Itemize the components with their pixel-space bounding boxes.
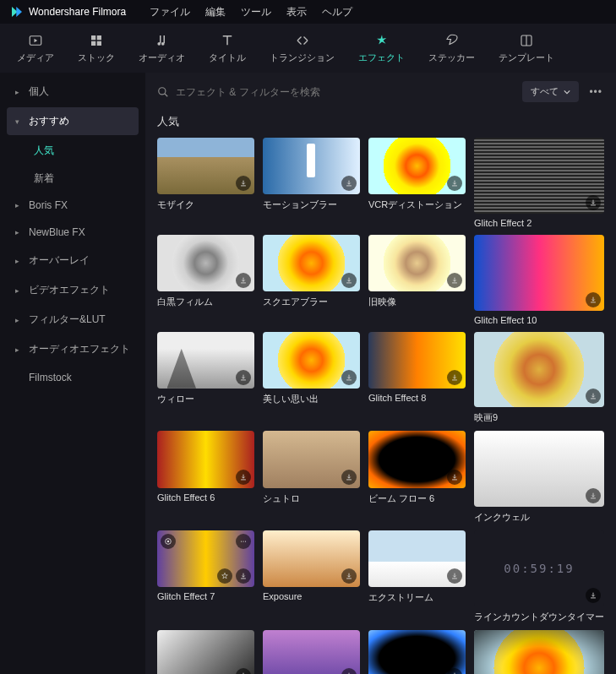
effect-card[interactable]: Glitch Effect 7 [157, 530, 254, 623]
sidebar-item-おすすめ[interactable]: ▾おすすめ [7, 107, 139, 135]
sidebar-item-オーバーレイ[interactable]: ▸オーバーレイ [7, 247, 139, 274]
download-icon[interactable] [236, 470, 251, 485]
effect-card[interactable]: インクウェル [474, 431, 604, 524]
effect-card[interactable]: VCRディストーション [368, 138, 466, 228]
sidebar-item-Filmstock[interactable]: Filmstock [7, 365, 139, 390]
effect-card[interactable]: ウィロー [157, 332, 254, 425]
download-icon[interactable] [236, 273, 251, 288]
effect-card[interactable]: A Dark Corner [157, 630, 254, 674]
search-input[interactable] [176, 86, 514, 98]
download-icon[interactable] [447, 273, 462, 288]
sidebar-item-オーディオエフェクト[interactable]: ▸オーディオエフェクト [7, 335, 139, 363]
effect-card[interactable]: スクエアブラー [263, 235, 360, 325]
effect-label: Glitch Effect 8 [368, 389, 466, 403]
svg-point-7 [161, 41, 164, 45]
effect-thumb [474, 431, 604, 507]
tool-title[interactable]: タイトル [209, 33, 246, 64]
tool-template[interactable]: テンプレート [499, 33, 554, 64]
effect-thumb [368, 630, 466, 674]
effect-card[interactable]: モザイク [157, 138, 254, 228]
effect-card[interactable]: 00:59:19ラインカウントダウンタイマー [474, 530, 604, 623]
svg-line-11 [165, 93, 168, 96]
effect-card[interactable]: ビーム フロー 2 [368, 630, 466, 674]
effect-label: シュトロ [263, 488, 360, 505]
effect-thumb [263, 138, 360, 194]
effect-thumb [263, 332, 360, 389]
effect-card[interactable]: Glitch Effect 10 [474, 235, 604, 325]
sidebar-sub-新着[interactable]: 新着 [7, 165, 139, 193]
tool-sticker[interactable]: ステッカー [428, 33, 475, 64]
chevron-right-icon: ▸ [15, 201, 22, 209]
effect-label: Glitch Effect 6 [157, 488, 254, 503]
effect-card[interactable]: Exposure [263, 530, 360, 623]
effect-card[interactable]: Glitch Effect 8 [368, 332, 466, 425]
filter-dropdown[interactable]: すべて [522, 81, 579, 102]
tool-audio[interactable]: オーディオ [139, 33, 185, 64]
effect-thumb [368, 530, 466, 587]
effect-card[interactable]: 1998 [263, 630, 360, 674]
effect-card[interactable]: モーションブラー [263, 138, 360, 228]
download-icon[interactable] [341, 470, 357, 485]
download-icon[interactable] [341, 273, 357, 288]
menu-ヘルプ[interactable]: ヘルプ [322, 5, 352, 19]
download-icon[interactable] [447, 470, 462, 485]
tool-label: トランジション [270, 52, 335, 64]
effect-thumb [263, 630, 360, 674]
effect-label: スクエアブラー [263, 291, 360, 308]
sidebar-item-Boris FX[interactable]: ▸Boris FX [7, 193, 139, 218]
menu-編集[interactable]: 編集 [205, 5, 226, 19]
effect-card[interactable]: Glitch Effect 6 [157, 431, 254, 524]
tool-transition[interactable]: トランジション [270, 33, 335, 64]
effect-card[interactable]: シュトロ [263, 431, 360, 524]
download-icon[interactable] [447, 370, 462, 385]
effect-card[interactable]: 旧映像 [368, 235, 466, 325]
chevron-right-icon: ▸ [15, 88, 22, 96]
tool-effect[interactable]: エフェクト [358, 33, 405, 64]
audio-icon [154, 33, 171, 48]
effect-thumb [368, 332, 466, 389]
effect-card[interactable]: ビーム フロー 6 [368, 431, 466, 524]
chevron-right-icon: ▸ [15, 228, 22, 236]
download-icon[interactable] [341, 176, 357, 191]
app-name: Wondershare Filmora [29, 6, 126, 18]
more-button[interactable]: ••• [587, 86, 604, 98]
sidebar-item-個人[interactable]: ▸個人 [7, 78, 139, 106]
download-icon[interactable] [236, 370, 251, 385]
effect-card[interactable]: 美しい思い出 [263, 332, 360, 425]
effect-card[interactable]: エクストリーム [368, 530, 466, 623]
sidebar-sub-人気[interactable]: 人気 [7, 137, 139, 165]
tool-stock[interactable]: ストック [78, 33, 115, 64]
tool-media[interactable]: メディア [17, 33, 54, 64]
sidebar-label: ビデオエフェクト [29, 283, 110, 297]
sidebar-label: 個人 [29, 84, 49, 99]
download-icon[interactable] [586, 292, 601, 307]
sidebar-item-NewBlue FX[interactable]: ▸NewBlue FX [7, 220, 139, 245]
chevron-down-icon [564, 89, 570, 95]
title-icon [219, 33, 236, 48]
download-icon[interactable] [236, 176, 251, 191]
effect-card[interactable]: 映画9 [474, 332, 604, 425]
sidebar-label: Boris FX [29, 199, 68, 211]
effect-thumb [474, 332, 604, 408]
effect-label: インクウェル [474, 507, 604, 524]
effect-card[interactable]: 白黒フィルム [157, 235, 254, 325]
effect-card[interactable]: ビネットラディアス [474, 630, 604, 674]
download-icon[interactable] [341, 370, 357, 385]
effect-thumb [368, 431, 466, 487]
chevron-down-icon: ▾ [15, 117, 22, 126]
effect-thumb [474, 630, 604, 674]
menu-表示[interactable]: 表示 [286, 5, 307, 19]
sidebar-item-ビデオエフェクト[interactable]: ▸ビデオエフェクト [7, 276, 139, 304]
stock-icon [88, 33, 105, 48]
effect-thumb [157, 235, 254, 291]
download-icon[interactable] [586, 195, 601, 210]
sidebar-item-フィルター&LUT[interactable]: ▸フィルター&LUT [7, 306, 139, 334]
section-title: 人気 [145, 111, 616, 138]
menu-ファイル[interactable]: ファイル [150, 5, 190, 19]
download-icon[interactable] [447, 176, 462, 191]
effect-card[interactable]: Glitch Effect 2 [474, 138, 604, 228]
effect-thumb [263, 431, 360, 487]
tool-label: ストック [78, 52, 115, 64]
template-icon [518, 33, 535, 48]
menu-ツール[interactable]: ツール [241, 5, 271, 19]
